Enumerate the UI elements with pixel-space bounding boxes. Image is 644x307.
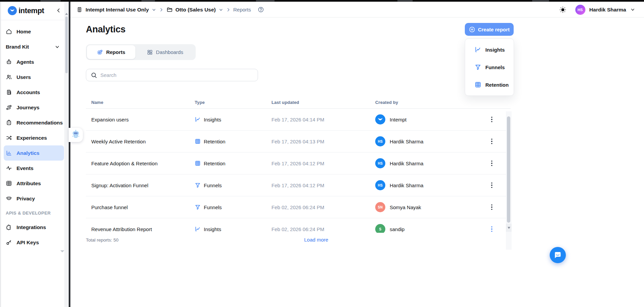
row-menu-kebab-icon[interactable] — [489, 116, 495, 123]
creator-name: Somya Nayak — [390, 204, 421, 210]
scroll-down-arrow-icon[interactable] — [506, 224, 512, 232]
tab-dashboards[interactable]: Dashboards — [135, 45, 195, 59]
row-menu-kebab-icon[interactable] — [489, 138, 495, 145]
menu-item-retention[interactable]: Retention — [465, 76, 514, 93]
breadcrumb-current: Reports — [233, 7, 251, 12]
create-report-menu: Insights Funnels Retention — [465, 38, 514, 96]
report-type: Insights — [204, 117, 221, 122]
tab-reports[interactable]: Reports — [87, 45, 135, 59]
sidebar-collapse-icon[interactable] — [55, 7, 62, 14]
sidebar-item-agents[interactable]: Agents — [4, 54, 64, 69]
sidebar-item-label: Experiences — [17, 135, 47, 141]
chevron-down-icon[interactable] — [219, 7, 223, 12]
chat-launcher-button[interactable] — [550, 247, 566, 263]
table-row[interactable]: Expansion users Insights Feb 17, 2026 04… — [86, 109, 511, 131]
user-avatar[interactable]: HS — [575, 5, 585, 15]
sidebar-item-journeys[interactable]: Journeys — [4, 100, 64, 115]
journeys-icon — [6, 104, 12, 111]
load-more-link[interactable]: Load more — [304, 237, 328, 243]
report-name: Purchase funnel — [91, 204, 128, 210]
sidebar-item-label: Brand Kit — [6, 44, 29, 50]
report-type: Retention — [204, 161, 225, 166]
search-input[interactable] — [100, 72, 258, 78]
table-row[interactable]: Purchase funnel Funnels Feb 02, 2026 06:… — [86, 196, 511, 218]
sidebar-item-brand-kit[interactable]: Brand Kit — [4, 39, 64, 54]
chevron-down-icon[interactable] — [152, 7, 156, 12]
table-row[interactable]: Revenue Attribution Report Insights Feb … — [86, 218, 511, 233]
table-scrollbar-thumb[interactable] — [507, 116, 510, 223]
report-name: Feature Adoption & Retention — [91, 161, 158, 166]
creator-avatar: HS — [375, 180, 385, 190]
puzzle-icon — [6, 224, 12, 230]
table-rows: Expansion users Insights Feb 17, 2026 04… — [86, 109, 511, 233]
sidebar-item-label: Accounts — [17, 89, 40, 95]
sidebar-logo-row: intempt — [1, 2, 69, 20]
sidebar-item-home[interactable]: Home — [4, 24, 64, 39]
scroll-up-arrow-icon[interactable] — [65, 10, 68, 17]
otto-assistant-button[interactable] — [69, 128, 83, 142]
report-updated: Feb 17, 2026 04:12 PM — [271, 183, 324, 188]
sidebar-item-label: Attributes — [17, 180, 41, 187]
search-box — [86, 69, 258, 81]
funnel-icon — [475, 64, 481, 71]
sidebar-item-attributes[interactable]: Attributes — [4, 176, 64, 191]
retention-grid-icon — [195, 138, 201, 144]
row-menu-kebab-icon[interactable] — [489, 182, 495, 189]
insights-icon — [195, 226, 201, 232]
sidebar-item-label: Users — [17, 74, 31, 80]
sidebar-item-recommendations[interactable]: Recommendations — [4, 115, 64, 130]
sidebar-item-events[interactable]: Events — [4, 161, 64, 176]
topbar-user-area: HS Hardik Sharma — [559, 2, 635, 18]
breadcrumb-source[interactable]: Otto (Sales Use) — [175, 7, 216, 13]
chevron-down-icon[interactable] — [630, 7, 635, 12]
sidebar-item-privacy[interactable]: Privacy — [4, 191, 64, 206]
sidebar-item-accounts[interactable]: Accounts — [4, 85, 64, 100]
main-content: Analytics Create report Insights Funnels… — [70, 18, 644, 307]
creator-avatar: S — [375, 224, 385, 233]
menu-item-funnels[interactable]: Funnels — [465, 58, 514, 76]
report-name: Signup: Activation Funnel — [91, 183, 148, 188]
creator-name: Intempt — [390, 117, 407, 122]
insights-icon — [195, 116, 201, 122]
sidebar-item-integrations[interactable]: Integrations — [4, 220, 64, 235]
app-window: intempt Home Brand Kit Agents Users — [0, 0, 644, 307]
scroll-down-chevron-icon[interactable] — [60, 249, 65, 255]
sidebar-scrollbar-thumb[interactable] — [65, 17, 68, 73]
mask-icon — [6, 195, 12, 202]
plus-circle-icon — [469, 26, 475, 33]
breadcrumb-project[interactable]: Intempt Internal Use Only — [86, 7, 149, 13]
retention-grid-icon — [475, 81, 481, 88]
users-icon — [6, 74, 12, 80]
table-row[interactable]: Feature Adoption & Retention Retention F… — [86, 152, 511, 174]
table-header: Name Type Last updated Created by — [86, 96, 511, 109]
sidebar-nav: Home Brand Kit Agents Users Accounts Jou… — [4, 24, 64, 250]
report-updated: Feb 17, 2026 04:12 PM — [271, 161, 324, 166]
help-icon[interactable] — [258, 6, 264, 13]
create-report-button[interactable]: Create report — [465, 23, 514, 36]
column-header-last-updated: Last updated — [271, 100, 299, 105]
report-name: Revenue Attribution Report — [91, 226, 152, 232]
sidebar-item-api-keys[interactable]: API Keys — [4, 235, 64, 250]
sidebar-item-label: Privacy — [17, 196, 35, 202]
sidebar-item-experiences[interactable]: Experiences — [4, 130, 64, 145]
menu-item-insights[interactable]: Insights — [465, 41, 514, 58]
home-icon — [6, 28, 12, 35]
sidebar-item-label: API Keys — [17, 240, 39, 246]
row-menu-kebab-icon[interactable] — [489, 160, 495, 167]
sidebar-item-label: Analytics — [17, 150, 39, 156]
report-updated: Feb 02, 2026 06:24 PM — [271, 226, 324, 232]
row-menu-kebab-icon[interactable] — [489, 203, 495, 211]
theme-toggle-icon[interactable] — [559, 6, 567, 13]
table-row[interactable]: Signup: Activation Funnel Funnels Feb 17… — [86, 174, 511, 196]
column-header-name: Name — [91, 100, 103, 105]
sidebar-item-label: Journeys — [17, 105, 39, 111]
sidebar-item-analytics[interactable]: Analytics — [4, 145, 64, 161]
row-menu-kebab-icon[interactable] — [489, 225, 495, 233]
key-icon — [6, 239, 12, 246]
analytics-icon — [6, 150, 12, 156]
table-grid-icon — [6, 180, 12, 187]
logo-wordmark: intempt — [19, 6, 44, 15]
sidebar-item-users[interactable]: Users — [4, 69, 64, 85]
report-updated: Feb 02, 2026 06:24 PM — [271, 204, 324, 210]
table-row[interactable]: Weekly Active Retention Retention Feb 17… — [86, 131, 511, 152]
